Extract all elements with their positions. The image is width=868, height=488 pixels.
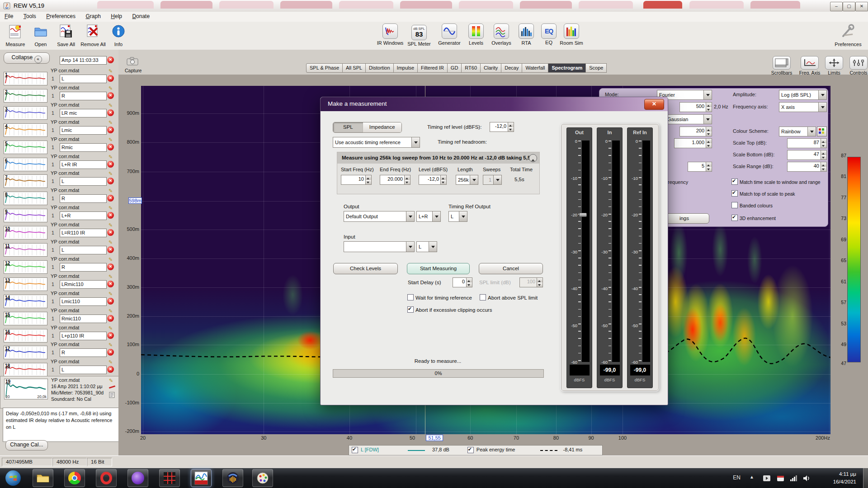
graph-tab-decay[interactable]: Decay	[501, 63, 522, 73]
start-delay-spinner[interactable]: 0	[453, 277, 472, 287]
close-button[interactable]: ✕	[855, 2, 868, 11]
slices-spinner[interactable]: 1.000	[674, 138, 712, 148]
notes-icon[interactable]	[109, 392, 115, 398]
meter-out[interactable]: Out 0-10-20-30-40-50-60 dBFS	[566, 127, 592, 388]
output-select[interactable]: Default Output	[344, 211, 415, 222]
edit-icon[interactable]: ✎	[108, 257, 114, 262]
change-cal-button[interactable]: Change Cal...	[5, 440, 48, 450]
measurement-row[interactable]: 13 YP corr.mdat ✎ 1 LRmic110 ✕	[0, 273, 118, 291]
delete-measurement-icon[interactable]: ✕	[107, 144, 114, 150]
measurement-thumbnail[interactable]: 15	[4, 312, 47, 325]
delete-measurement-icon[interactable]: ✕	[107, 109, 114, 116]
edit-icon[interactable]: ✎	[108, 222, 114, 228]
measurement-row[interactable]: 4 YP corr.mdat ✎ 1 Lmic ✕	[0, 119, 118, 136]
output-channel-select[interactable]: L+R	[416, 211, 441, 222]
maximize-button[interactable]: ▢	[843, 2, 855, 11]
freq-axis-button[interactable]: Freq. Axis	[797, 56, 823, 75]
measurement-name-input[interactable]: LRmic110	[60, 280, 107, 289]
measurement-name-input[interactable]: R	[60, 92, 107, 100]
edit-icon[interactable]: ✎	[108, 239, 114, 245]
measurement-thumbnail[interactable]: 19 20 20,0k	[4, 379, 48, 399]
input-select[interactable]	[344, 241, 415, 252]
delete-measurement-icon[interactable]: ✕	[107, 161, 114, 168]
scrollbars-button[interactable]: Scrollbars	[769, 56, 795, 75]
window-fn-select[interactable]: Gaussian	[665, 114, 712, 124]
trace-visible-checkbox[interactable]	[352, 447, 358, 453]
edit-icon[interactable]: ✎	[108, 342, 114, 347]
delete-measurement-icon[interactable]: ✕	[107, 212, 114, 219]
menu-graph[interactable]: Graph	[85, 13, 100, 19]
measurement-name-input[interactable]: L+R IR	[60, 160, 107, 169]
output-level-handle[interactable]	[579, 213, 587, 217]
measurement-thumbnail[interactable]: 9	[4, 209, 47, 222]
enhancement-3d-checkbox[interactable]: 3D enhancement	[731, 215, 776, 221]
measurement-thumbnail[interactable]: 3	[4, 106, 47, 120]
peak-energy-checkbox[interactable]	[467, 447, 474, 453]
measurement-thumbnail[interactable]: 17	[4, 346, 47, 359]
check-levels-button[interactable]: Check Levels	[333, 263, 398, 274]
graph-tab-all-spl[interactable]: All SPL	[343, 63, 366, 73]
edit-icon[interactable]: ✎	[108, 205, 114, 211]
measurement-name-input[interactable]: L+p110 IR	[60, 332, 107, 340]
edit-icon[interactable]: ✎	[108, 188, 114, 193]
delete-measurement-icon[interactable]: ✕	[107, 178, 114, 184]
delete-measurement-icon[interactable]: ✕	[107, 349, 114, 356]
network-tray-icon[interactable]	[790, 475, 797, 481]
measurement-row[interactable]: 6 YP corr.mdat ✎ 1 L+R IR ✕	[0, 154, 118, 171]
colour-options-button[interactable]	[817, 127, 827, 136]
measurement-name-input[interactable]: LR mic	[60, 109, 107, 117]
collapse-chevron-icon[interactable]	[529, 154, 537, 162]
graph-tab-rt60[interactable]: RT60	[462, 63, 481, 73]
delete-measurement-icon[interactable]: ✕	[107, 366, 114, 373]
graph-tab-clarity[interactable]: Clarity	[481, 63, 501, 73]
measurement-name-input[interactable]: Lmic	[60, 126, 107, 135]
taskbar-browser-purple[interactable]	[127, 469, 148, 487]
length-select[interactable]: 256k	[456, 175, 478, 185]
measurement-name-input[interactable]: L=R110 IR	[60, 229, 107, 237]
start-freq-spinner[interactable]: 10	[341, 175, 372, 185]
measurement-thumbnail[interactable]: 5	[4, 141, 47, 154]
smoothing-spinner[interactable]: 5	[688, 162, 712, 172]
measurement-thumbnail[interactable]: 13	[4, 277, 47, 291]
graph-tab-gd[interactable]: GD	[448, 63, 462, 73]
edit-icon[interactable]: ✎	[109, 378, 115, 383]
match-time-scale-checkbox[interactable]: Match time scale to window and range	[731, 178, 821, 185]
measurement-row[interactable]: 11 YP corr.mdat ✎ 1 L ✕	[0, 239, 118, 256]
dialog-title-bar[interactable]: Make a measurement ✕	[321, 97, 668, 111]
tab-impedance[interactable]: Impedance	[363, 122, 401, 132]
edit-icon[interactable]: ✎	[108, 171, 114, 176]
measurement-thumbnail[interactable]: 4	[4, 123, 47, 137]
edit-icon[interactable]: ✎	[108, 325, 114, 331]
measurement-row-selected[interactable]: 19 20 20,0k YP corr.mdat 16 Απρ 2021 1:1…	[0, 376, 119, 408]
measurement-thumbnail[interactable]: 12	[4, 260, 47, 274]
tray-expand-icon[interactable]: ▲	[750, 474, 754, 479]
media-tray-icon[interactable]	[763, 475, 770, 481]
measurement-name-input[interactable]: L	[60, 177, 107, 186]
abort-spl-checkbox[interactable]: Abort above SPL limit	[480, 294, 538, 300]
menu-tools[interactable]: Tools	[24, 13, 36, 19]
measurement-row[interactable]: 7 YP corr.mdat ✎ 1 L ✕	[0, 170, 118, 188]
taskbar-explorer[interactable]	[33, 469, 53, 487]
measurement-name-input[interactable]: R	[60, 194, 107, 203]
delete-measurement-icon[interactable]: ✕	[107, 127, 114, 133]
measurement-name-input[interactable]: Rmic	[60, 143, 107, 152]
delete-measurement-icon[interactable]: ✕	[107, 298, 114, 305]
end-freq-spinner[interactable]: 20.000	[380, 175, 410, 185]
language-indicator[interactable]: EN	[733, 474, 741, 481]
taskbar-audacity[interactable]	[222, 469, 243, 487]
spl-meter-button[interactable]: dB SPL 83 SPL Meter	[404, 23, 434, 47]
scale-bottom-spinner[interactable]: 47	[787, 150, 827, 160]
dialog-close-button[interactable]: ✕	[644, 99, 664, 110]
measurement-thumbnail[interactable]: 16	[4, 329, 47, 343]
amplitude-select[interactable]: Log (dB SPL)	[779, 90, 827, 100]
banded-colours-checkbox[interactable]: Banded colours	[731, 202, 773, 208]
delete-measurement-icon[interactable]: ✕	[107, 332, 114, 339]
measurement-row[interactable]: 3 YP corr.mdat ✎ 1 LR mic ✕	[0, 102, 118, 119]
measurement-name-input[interactable]: R	[60, 348, 107, 357]
measurement-name-input[interactable]: L	[60, 366, 107, 374]
measurement-thumbnail[interactable]: 6	[4, 158, 47, 171]
start-measuring-button[interactable]: Start Measuring	[407, 263, 470, 274]
graph-tab-filtered-ir[interactable]: Filtered IR	[418, 63, 448, 73]
measurement-thumbnail[interactable]: 2	[4, 89, 47, 103]
cancel-button[interactable]: Cancel	[479, 263, 543, 274]
